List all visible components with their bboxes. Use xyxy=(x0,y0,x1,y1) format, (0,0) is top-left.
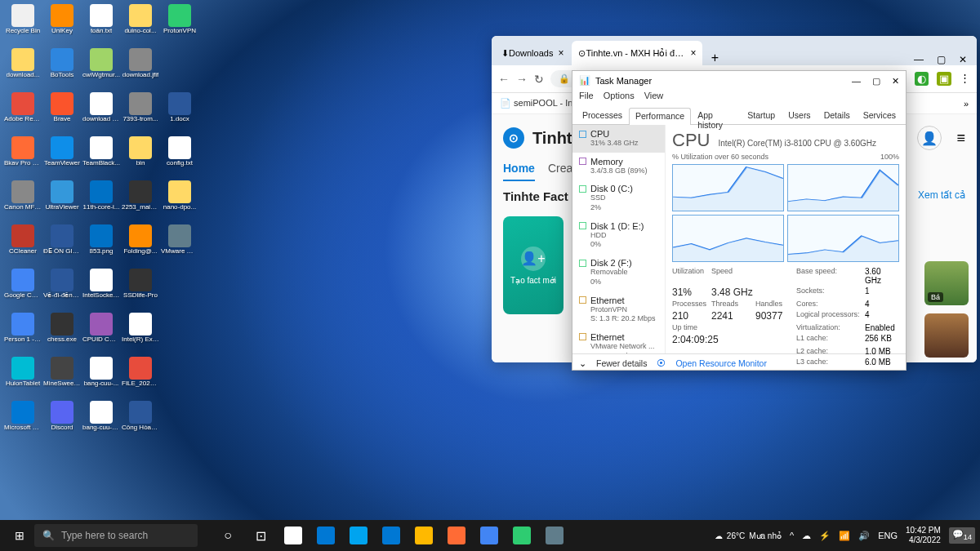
desktop-icon[interactable]: 2253_main... xyxy=(122,180,159,221)
hamburger-menu-icon[interactable]: ≡ xyxy=(956,130,965,147)
resource-item[interactable]: Disk 2 (F:)Removable0% xyxy=(572,254,665,291)
new-tab-button[interactable]: + xyxy=(704,51,725,65)
ext-icon[interactable]: ▣ xyxy=(937,72,951,86)
cortana-button[interactable]: ⊡ xyxy=(245,523,276,548)
desktop-icon[interactable] xyxy=(161,401,198,442)
menu-options[interactable]: Options xyxy=(604,91,635,107)
desktop-icon[interactable]: download... xyxy=(4,48,42,89)
minimize-button[interactable]: — xyxy=(852,76,861,87)
desktop-icon[interactable]: Adobe Reader XI xyxy=(4,92,42,133)
taskmgr-tab[interactable]: Performance xyxy=(629,108,691,125)
desktop-icon[interactable]: IntelSocket... xyxy=(82,269,120,309)
desktop-icon[interactable]: 11th-core-i... xyxy=(82,180,120,221)
taskbar-app[interactable] xyxy=(310,523,341,548)
resource-item[interactable]: Disk 1 (D: E:)HDD0% xyxy=(572,217,665,254)
desktop-icon[interactable]: download (3).png xyxy=(82,92,120,133)
start-button[interactable]: ⊞ xyxy=(5,523,34,548)
menu-view[interactable]: View xyxy=(644,91,664,107)
maximize-button[interactable]: ▢ xyxy=(872,76,880,87)
resource-item[interactable]: EthernetProtonVPNS: 1.3 R: 20.2 Mbps xyxy=(572,291,665,328)
user-avatar[interactable]: 👤 xyxy=(917,126,942,150)
tray-chevron-icon[interactable]: ^ xyxy=(790,531,794,540)
taskmgr-tab[interactable]: Processes xyxy=(576,107,629,124)
desktop-icon[interactable]: Folding@... xyxy=(122,224,159,265)
taskbar-app[interactable] xyxy=(441,523,472,548)
tinhte-logo[interactable]: ⊙ xyxy=(503,127,524,149)
story-thumb[interactable] xyxy=(924,313,969,358)
desktop-icon[interactable]: Google Chrome xyxy=(4,269,42,309)
desktop-icon[interactable] xyxy=(161,313,198,353)
weather-widget[interactable]: ☁ 26°C Mưa nhỏ xyxy=(715,531,782,540)
desktop-icon[interactable]: TeamViewer xyxy=(43,136,81,177)
volume-icon[interactable]: 🔊 xyxy=(858,531,870,541)
desktop-icon[interactable]: ProtonVPN xyxy=(161,4,198,45)
taskbar-app[interactable] xyxy=(539,523,570,548)
forward-button[interactable]: → xyxy=(516,73,528,86)
nav-home[interactable]: Home xyxy=(503,162,535,181)
desktop-icon[interactable]: Person 1 - Chrome xyxy=(4,313,42,353)
desktop-icon[interactable]: bang-cuu-... xyxy=(82,357,120,398)
back-button[interactable]: ← xyxy=(498,73,510,86)
desktop-icon[interactable]: Discord xyxy=(43,401,81,442)
desktop-icon[interactable]: HuionTablet xyxy=(4,357,42,398)
desktop-icon[interactable]: bang-cuu-c... xyxy=(82,401,120,442)
desktop-icon[interactable]: TeamBlack... xyxy=(82,136,120,177)
wifi-icon[interactable]: 📶 xyxy=(839,531,850,541)
taskbar-app[interactable] xyxy=(474,523,505,548)
maximize-button[interactable]: ▢ xyxy=(937,54,946,65)
desktop-icon[interactable]: Bkav Pro 2021 Intern... xyxy=(4,136,42,177)
desktop-icon[interactable]: Microsoft Edge xyxy=(4,401,42,442)
desktop-icon[interactable]: nano-dpo... xyxy=(161,180,198,221)
ext-icon[interactable]: ◐ xyxy=(915,72,929,86)
taskmgr-tab[interactable]: Startup xyxy=(741,107,782,124)
resource-item[interactable]: EthernetVMware Network ...S: 0 R: 0 Kbps xyxy=(572,328,665,353)
close-tab-icon[interactable]: × xyxy=(558,47,564,59)
bookmarks-overflow[interactable]: » xyxy=(964,99,969,109)
reload-button[interactable]: ↻ xyxy=(534,73,544,86)
desktop-icon[interactable]: 853.png xyxy=(82,224,120,265)
desktop-icon[interactable]: ĐỂ ÔN GIỮA HK2 KHỐI ... xyxy=(43,224,81,265)
desktop-icon[interactable]: Brave xyxy=(43,92,81,133)
task-view-button[interactable]: ○ xyxy=(212,523,243,548)
desktop-icon[interactable] xyxy=(161,48,198,89)
desktop-icon[interactable]: Về-đi-đến-đa tiện mã c... xyxy=(43,269,81,309)
notifications-button[interactable]: 💬14 xyxy=(949,527,975,543)
taskbar-app[interactable] xyxy=(278,523,309,548)
resource-item[interactable]: Disk 0 (C:)SSD2% xyxy=(572,180,665,216)
onedrive-icon[interactable]: ☁ xyxy=(802,531,811,541)
desktop-icon[interactable]: CPUID CPU-Z xyxy=(82,313,120,353)
desktop-icon[interactable]: CCleaner xyxy=(4,224,42,265)
taskbar-app[interactable] xyxy=(506,523,537,548)
language-indicator[interactable]: ENG xyxy=(878,531,898,540)
resource-item[interactable]: CPU31% 3.48 GHz xyxy=(572,125,665,153)
fewer-details-button[interactable]: Fewer details xyxy=(596,358,647,368)
taskmgr-tab[interactable]: App history xyxy=(691,107,741,124)
menu-icon[interactable]: ⋮ xyxy=(960,72,970,86)
taskmgr-tab[interactable]: Services xyxy=(857,107,902,124)
desktop-icon[interactable]: VMware Workstati... xyxy=(161,224,198,265)
desktop-icon[interactable]: MineSweep... xyxy=(43,357,81,398)
desktop-icon[interactable]: cwiWgtmur... xyxy=(82,48,120,89)
resource-monitor-link[interactable]: Open Resource Monitor xyxy=(675,358,766,368)
desktop-icon[interactable]: SSDlife-Pro xyxy=(122,269,159,309)
desktop-icon[interactable]: chess.exe xyxy=(43,313,81,353)
desktop-icon[interactable]: BoTools xyxy=(43,48,81,89)
desktop-icon[interactable]: bin xyxy=(122,136,159,177)
close-button[interactable]: ✕ xyxy=(892,76,899,87)
resource-item[interactable]: Memory3.4/3.8 GB (89%) xyxy=(572,153,665,180)
desktop-icon[interactable]: download.jfif xyxy=(122,48,159,89)
browser-tab-tinhte[interactable]: ⊙ Tinhte.vn - MXH Hỏi đáp, Review × xyxy=(572,41,702,65)
browser-tab-downloads[interactable]: ⬇ Downloads × xyxy=(495,41,570,65)
desktop-icon[interactable]: Recycle Bin xyxy=(4,4,42,45)
desktop-icon[interactable]: 1.docx xyxy=(161,92,198,133)
create-fact-card[interactable]: 👤+ Tạo fact mới xyxy=(503,216,564,314)
desktop-icon[interactable] xyxy=(161,269,198,309)
desktop-icon[interactable] xyxy=(161,357,198,398)
desktop-icon[interactable]: 7393-trom... xyxy=(122,92,159,133)
taskbar-app[interactable] xyxy=(376,523,407,548)
taskmgr-tab[interactable]: Details xyxy=(817,107,857,124)
taskmgr-tab[interactable]: Users xyxy=(782,107,817,124)
menu-file[interactable]: File xyxy=(579,91,594,107)
taskbar-search[interactable]: 🔍 Type here to search xyxy=(34,524,198,547)
close-button[interactable]: ✕ xyxy=(959,54,967,65)
